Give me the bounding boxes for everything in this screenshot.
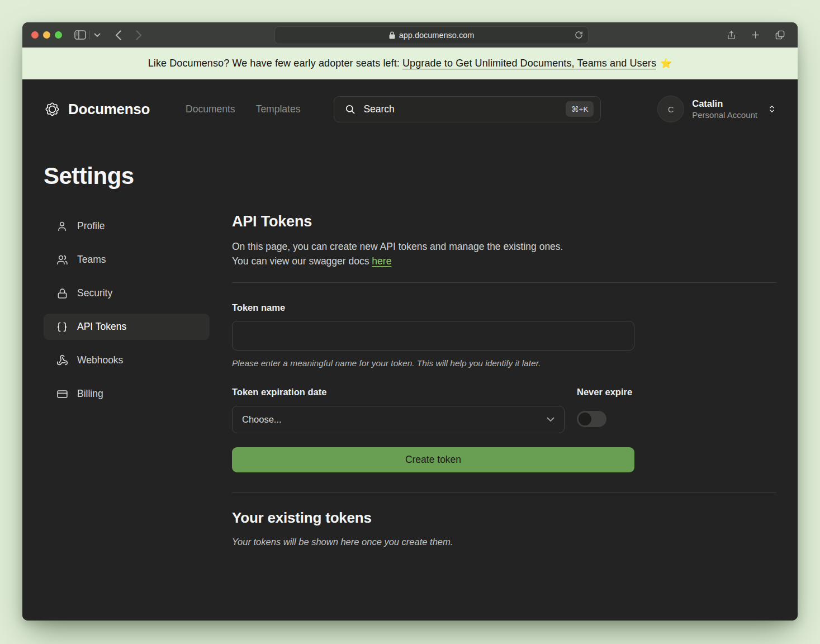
create-token-form: Token name Please enter a meaningful nam… (232, 302, 776, 472)
star-icon: ⭐ (660, 58, 672, 69)
share-icon[interactable] (727, 30, 736, 41)
existing-tokens-heading: Your existing tokens (232, 509, 776, 527)
search-input[interactable]: Search ⌘+K (334, 96, 601, 122)
toggle-knob (579, 413, 591, 425)
section-description-line2: You can view our swagger docs (232, 255, 372, 267)
banner-text: Like Documenso? We have few early adopte… (148, 58, 402, 69)
credit-card-icon (56, 389, 68, 400)
divider (232, 282, 776, 283)
sidebar-item-label: Billing (77, 388, 103, 400)
webhook-icon (56, 354, 68, 366)
token-name-help-text: Please enter a meaningful name for your … (232, 358, 776, 368)
documenso-badge-icon (44, 101, 61, 118)
back-button[interactable] (115, 30, 121, 40)
braces-icon (56, 321, 68, 333)
never-expire-toggle[interactable] (577, 411, 606, 427)
app-content: Documenso Documents Templates Search ⌘+K… (22, 79, 798, 621)
divider (232, 493, 776, 493)
minimize-window-button[interactable] (43, 31, 50, 39)
tab-overview-icon[interactable] (775, 30, 785, 40)
existing-tokens-empty-text: Your tokens will be shown here once you … (232, 537, 776, 547)
sidebar-item-api-tokens[interactable]: API Tokens (44, 314, 210, 340)
token-expiration-select[interactable]: Choose... (232, 406, 565, 433)
token-name-input[interactable] (232, 321, 634, 351)
sidebar-chevron-down-icon[interactable] (94, 33, 101, 37)
new-tab-icon[interactable] (751, 30, 760, 40)
section-description-line1: On this page, you can create new API tok… (232, 239, 776, 254)
lock-icon (56, 288, 68, 299)
toolbar-divider (89, 31, 91, 40)
sidebar-item-security[interactable]: Security (44, 280, 210, 306)
app-header: Documenso Documents Templates Search ⌘+K… (44, 92, 776, 126)
never-expire-label: Never expire (577, 387, 632, 397)
nav-documents[interactable]: Documents (186, 103, 235, 115)
search-placeholder: Search (363, 103, 394, 115)
user-icon (56, 221, 68, 232)
tls-lock-icon (389, 31, 395, 39)
sidebar-item-billing[interactable]: Billing (44, 381, 210, 407)
address-bar[interactable]: app.documenso.com (274, 26, 589, 44)
sidebar-item-webhooks[interactable]: Webhooks (44, 347, 210, 373)
upgrade-link[interactable]: Upgrade to Get Unlimited Documents, Team… (402, 58, 656, 69)
token-name-label: Token name (232, 302, 776, 313)
sidebar-item-label: Webhooks (77, 354, 123, 366)
section-heading: API Tokens (232, 213, 776, 230)
brand-name: Documenso (68, 101, 150, 118)
nav-templates[interactable]: Templates (256, 103, 301, 115)
api-tokens-panel: API Tokens On this page, you can create … (232, 213, 776, 547)
close-window-button[interactable] (31, 31, 39, 39)
avatar: C (657, 96, 684, 122)
account-name: Catalin (692, 98, 757, 110)
zoom-window-button[interactable] (55, 31, 62, 39)
sidebar-item-teams[interactable]: Teams (44, 247, 210, 273)
traffic-lights (31, 31, 62, 39)
page-title: Settings (44, 163, 776, 190)
upgrade-banner: Like Documenso? We have few early adopte… (22, 48, 798, 79)
chevron-down-icon (547, 417, 554, 422)
reload-icon[interactable] (575, 30, 583, 40)
swagger-docs-link[interactable]: here (372, 255, 391, 267)
documenso-logo[interactable]: Documenso (44, 101, 150, 118)
select-value: Choose... (242, 414, 282, 425)
create-token-button[interactable]: Create token (232, 447, 634, 472)
top-navigation: Documents Templates (186, 103, 300, 115)
sidebar-item-label: API Tokens (77, 321, 126, 333)
forward-button[interactable] (136, 30, 142, 40)
account-type: Personal Account (692, 110, 757, 121)
sidebar-item-profile[interactable]: Profile (44, 213, 210, 239)
sidebar-toggle-icon[interactable] (74, 30, 86, 40)
browser-window: app.documenso.com Like Documenso? We hav… (22, 22, 798, 621)
sidebar-item-label: Profile (77, 220, 105, 232)
sidebar-item-label: Security (77, 287, 112, 299)
search-icon (345, 104, 356, 115)
browser-toolbar: app.documenso.com (22, 22, 798, 48)
search-shortcut-badge: ⌘+K (566, 101, 594, 117)
token-expiration-label: Token expiration date (232, 387, 565, 397)
users-icon (56, 254, 68, 266)
account-switcher[interactable]: C Catalin Personal Account (657, 96, 776, 122)
settings-sidebar: Profile Teams Security (44, 213, 210, 547)
sidebar-item-label: Teams (77, 254, 106, 266)
url-text: app.documenso.com (399, 31, 475, 40)
chevrons-up-down-icon (767, 104, 776, 114)
